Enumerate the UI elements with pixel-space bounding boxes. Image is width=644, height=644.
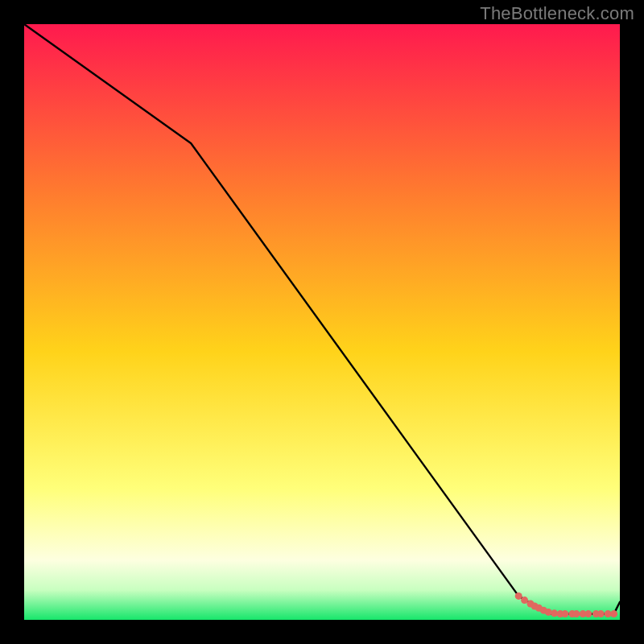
marker-point <box>561 610 568 617</box>
marker-point <box>597 610 605 617</box>
marker-point <box>545 609 552 616</box>
chart-frame: TheBottleneck.com <box>0 0 644 644</box>
watermark-text: TheBottleneck.com <box>480 3 634 24</box>
marker-point <box>515 592 522 600</box>
marker-point <box>584 610 592 617</box>
plot-area <box>24 24 620 620</box>
gradient-background <box>24 24 620 620</box>
marker-point <box>572 610 580 617</box>
marker-point <box>610 610 617 617</box>
chart-svg <box>24 24 620 620</box>
